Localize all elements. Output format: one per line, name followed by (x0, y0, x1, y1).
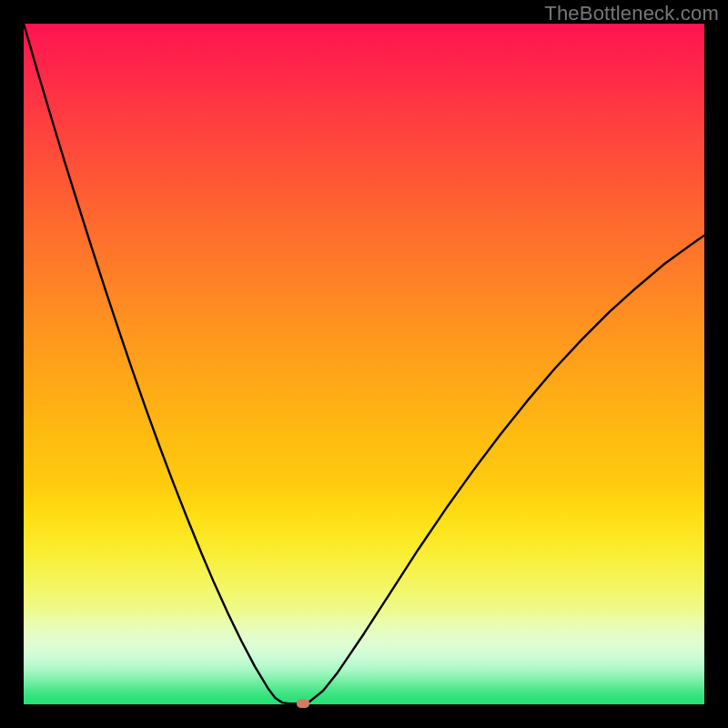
min-point-marker (297, 699, 309, 708)
watermark-text: TheBottleneck.com (544, 2, 719, 25)
outer-frame: TheBottleneck.com (0, 0, 728, 728)
plot-gradient-background (24, 24, 704, 704)
